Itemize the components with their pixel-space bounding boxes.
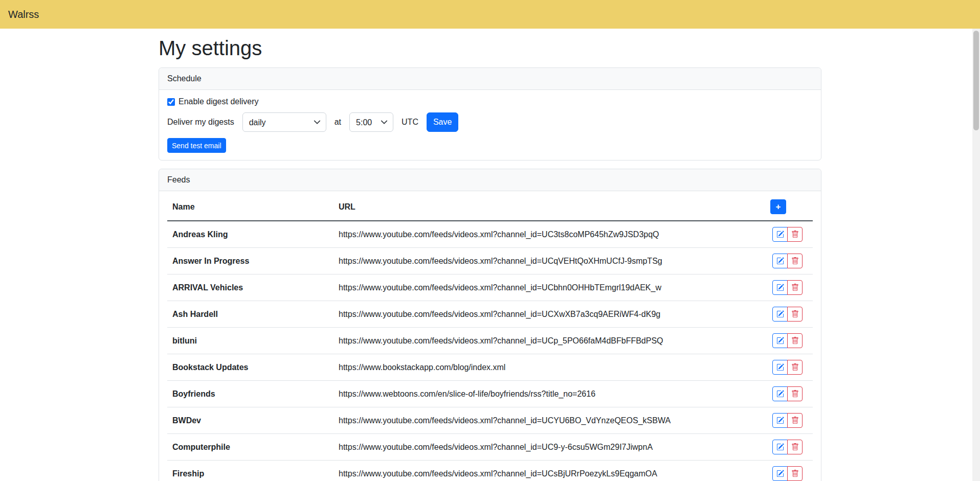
feed-name: Andreas Kling: [167, 221, 333, 248]
feed-name: Answer In Progress: [167, 248, 333, 274]
schedule-card: Schedule Enable digest delivery Deliver …: [159, 67, 821, 161]
table-row: bitluni https://www.youtube.com/feeds/vi…: [167, 328, 813, 354]
feeds-table-header-row: Name URL +: [167, 193, 813, 221]
at-label: at: [335, 118, 341, 127]
table-row: BWDev https://www.youtube.com/feeds/vide…: [167, 407, 813, 434]
edit-feed-button[interactable]: [772, 466, 788, 481]
trash-icon: [791, 443, 799, 451]
deliver-label: Deliver my digests: [167, 118, 234, 127]
feed-url: https://www.youtube.com/feeds/videos.xml…: [333, 461, 751, 481]
delete-feed-button[interactable]: [787, 386, 803, 401]
feed-name: Bookstack Updates: [167, 354, 333, 381]
feed-url: https://www.bookstackapp.com/blog/index.…: [333, 354, 751, 381]
column-header-name: Name: [167, 193, 333, 221]
navbar-brand[interactable]: Walrss: [8, 9, 39, 20]
add-feed-button[interactable]: +: [770, 199, 786, 214]
feeds-table: Name URL + Andreas Kling https://www.you…: [167, 193, 813, 481]
time-select[interactable]: 5:00: [349, 112, 393, 132]
navbar: Walrss: [0, 0, 980, 29]
table-row: ARRIVAL Vehicles https://www.youtube.com…: [167, 274, 813, 301]
enable-digest-row: Enable digest delivery: [167, 97, 813, 106]
trash-icon: [791, 310, 799, 318]
trash-icon: [791, 363, 799, 371]
page-title: My settings: [159, 37, 821, 59]
feed-actions: [751, 434, 813, 461]
table-row: Boyfriends https://www.webtoons.com/en/s…: [167, 381, 813, 407]
feeds-card: Feeds Name URL +: [159, 169, 821, 481]
feed-url: https://www.webtoons.com/en/slice-of-lif…: [333, 381, 751, 407]
pencil-square-icon: [776, 257, 784, 265]
main-content: My settings Schedule Enable digest deliv…: [152, 29, 828, 481]
schedule-card-header: Schedule: [159, 68, 821, 90]
feed-url: https://www.youtube.com/feeds/videos.xml…: [333, 248, 751, 274]
edit-feed-button[interactable]: [772, 386, 788, 401]
trash-icon: [791, 257, 799, 265]
edit-feed-button[interactable]: [772, 333, 788, 348]
edit-feed-button[interactable]: [772, 360, 788, 375]
edit-feed-button[interactable]: [772, 254, 788, 268]
feed-actions: [751, 248, 813, 274]
timezone-label: UTC: [402, 118, 418, 127]
table-row: Answer In Progress https://www.youtube.c…: [167, 248, 813, 274]
feed-actions-group: [772, 307, 803, 322]
feed-actions-group: [772, 333, 803, 348]
edit-feed-button[interactable]: [772, 307, 788, 322]
delete-feed-button[interactable]: [787, 360, 803, 375]
feeds-card-body: Name URL + Andreas Kling https://www.you…: [159, 191, 821, 481]
table-row: Bookstack Updates https://www.bookstacka…: [167, 354, 813, 381]
feed-actions-group: [772, 280, 803, 295]
column-header-url: URL: [333, 193, 751, 221]
pencil-square-icon: [776, 284, 784, 291]
table-row: Fireship https://www.youtube.com/feeds/v…: [167, 461, 813, 481]
edit-feed-button[interactable]: [772, 280, 788, 295]
delete-feed-button[interactable]: [787, 227, 803, 242]
delete-feed-button[interactable]: [787, 413, 803, 428]
time-select-wrap: 5:00: [349, 112, 393, 132]
feed-actions: [751, 461, 813, 481]
delete-feed-button[interactable]: [787, 440, 803, 454]
pencil-square-icon: [776, 390, 784, 398]
feed-url: https://www.youtube.com/feeds/videos.xml…: [333, 434, 751, 461]
feed-url: https://www.youtube.com/feeds/videos.xml…: [333, 407, 751, 434]
delete-feed-button[interactable]: [787, 280, 803, 295]
edit-feed-button[interactable]: [772, 440, 788, 454]
send-test-email-button[interactable]: Send test email: [167, 138, 226, 153]
delete-feed-button[interactable]: [787, 333, 803, 348]
feed-actions-group: [772, 413, 803, 428]
scrollbar-thumb[interactable]: [973, 31, 979, 130]
delete-feed-button[interactable]: [787, 466, 803, 481]
feed-actions: [751, 274, 813, 301]
frequency-select-wrap: daily: [242, 112, 326, 132]
table-row: Computerphile https://www.youtube.com/fe…: [167, 434, 813, 461]
feed-actions: [751, 328, 813, 354]
pencil-square-icon: [776, 443, 784, 451]
edit-feed-button[interactable]: [772, 227, 788, 242]
pencil-square-icon: [776, 231, 784, 238]
save-button[interactable]: Save: [427, 112, 458, 132]
frequency-select[interactable]: daily: [242, 112, 326, 132]
feed-actions-group: [772, 386, 803, 401]
pencil-square-icon: [776, 470, 784, 477]
feed-name: BWDev: [167, 407, 333, 434]
trash-icon: [791, 284, 799, 291]
enable-digest-checkbox[interactable]: [167, 98, 175, 106]
feed-actions-group: [772, 440, 803, 454]
pencil-square-icon: [776, 417, 784, 424]
delete-feed-button[interactable]: [787, 254, 803, 268]
edit-feed-button[interactable]: [772, 413, 788, 428]
table-row: Ash Hardell https://www.youtube.com/feed…: [167, 301, 813, 328]
feed-actions-group: [772, 254, 803, 268]
feed-actions: [751, 301, 813, 328]
delete-feed-button[interactable]: [787, 307, 803, 322]
trash-icon: [791, 417, 799, 424]
feed-name: Fireship: [167, 461, 333, 481]
pencil-square-icon: [776, 310, 784, 318]
enable-digest-label[interactable]: Enable digest delivery: [179, 97, 259, 106]
feeds-table-body: Andreas Kling https://www.youtube.com/fe…: [167, 221, 813, 481]
trash-icon: [791, 470, 799, 477]
plus-icon: +: [776, 202, 781, 211]
feeds-card-header: Feeds: [159, 169, 821, 191]
feed-url: https://www.youtube.com/feeds/videos.xml…: [333, 221, 751, 248]
feed-name: bitluni: [167, 328, 333, 354]
feed-actions: [751, 221, 813, 248]
